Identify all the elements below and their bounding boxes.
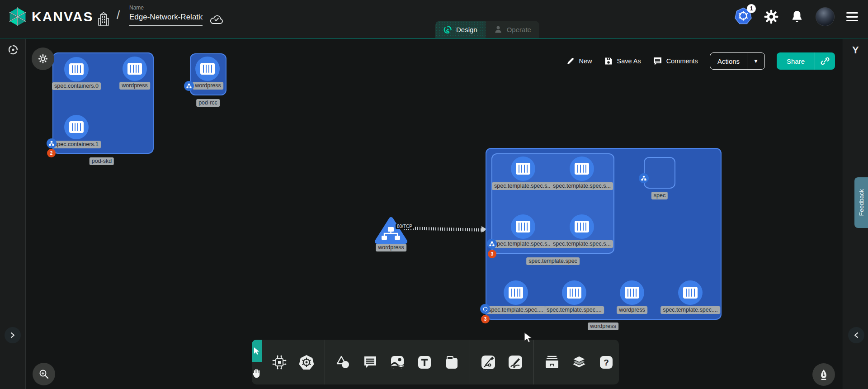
share-split-button[interactable]: Share [777,52,835,70]
help-tool-button[interactable]: ? [593,340,620,384]
node-container-wordpress-1[interactable] [123,57,147,81]
kanvas-logo-icon [8,6,27,27]
node-container-bottom-1[interactable] [562,280,586,305]
container-icon [127,63,142,75]
design-panel-swirl-icon[interactable] [8,44,19,55]
node-service-wordpress[interactable] [375,216,407,244]
save-as-button[interactable]: Save As [604,57,641,66]
components-tool-button[interactable] [266,340,293,384]
sitemap-icon [489,241,495,247]
pan-tool-button[interactable] [252,362,262,384]
tab-design-label: Design [456,26,477,33]
relationship-badge[interactable] [184,81,194,91]
zoom-button[interactable] [33,363,55,385]
edge-port-label: 80/TCP [396,224,414,229]
container-icon [200,63,215,75]
design-canvas[interactable]: New Save As Comments [26,39,843,389]
node-container-spec-containers-1[interactable] [64,115,89,139]
text-tool-button[interactable] [411,340,438,384]
header-right-cluster: 1 [734,7,858,26]
node-label: spec.template.spec.s... [551,182,613,190]
comments-label: Comments [666,57,698,65]
node-container-template-2[interactable] [511,214,535,239]
container-icon [625,287,639,299]
node-container-template-0[interactable] [511,157,535,181]
issue-count-badge[interactable]: 2 [47,149,56,157]
notifications-bell-icon[interactable] [790,9,804,24]
help-question-icon: ? [599,355,613,370]
node-container-wordpress-rcc[interactable] [195,57,220,81]
brand[interactable]: KANVAS [8,6,93,27]
canvas-settings-button[interactable] [32,47,54,70]
pointer-tools-column [252,340,262,384]
text-icon [417,355,432,370]
tab-operate[interactable]: Operate [486,21,539,38]
relationship-badge[interactable] [480,304,490,314]
relationship-badge[interactable] [487,239,497,249]
container-icon [69,121,84,133]
drawer-tool-button[interactable] [538,340,566,384]
save-floppy-icon [604,57,613,66]
node-container-spec-containers-0[interactable] [64,57,89,81]
comment-tool-button[interactable] [357,340,384,384]
new-button[interactable]: New [566,57,592,66]
yaml-panel-icon[interactable]: Y [852,44,859,56]
toolbar-divider [470,340,470,384]
expand-right-panel-button[interactable] [848,327,864,343]
actions-dropdown-caret[interactable]: ▼ [747,53,764,69]
kubernetes-tool-button[interactable] [293,340,320,384]
actions-split-button[interactable]: Actions ▼ [710,52,765,70]
container-icon [516,163,530,175]
menu-hamburger-icon[interactable] [846,12,858,22]
node-container-bottom-0[interactable] [504,280,528,305]
image-tool-button[interactable] [384,340,411,384]
mode-tabs: Design Operate [435,21,539,38]
issue-count-badge[interactable]: 3 [488,250,496,258]
container-icon [683,287,698,299]
container-icon [575,221,589,232]
settings-gear-icon[interactable] [764,9,778,24]
freehand-pen-button[interactable] [812,363,835,386]
note-tool-button[interactable] [438,340,465,384]
comments-button[interactable]: Comments [653,57,698,66]
select-tool-button[interactable] [252,340,262,362]
tab-design[interactable]: Design [435,21,486,38]
node-container-bottom-3[interactable] [678,280,703,305]
toolbar-divider [325,340,325,384]
shapes-tool-button[interactable] [330,340,357,384]
node-label-service: wordpress [376,244,406,251]
chevron-right-icon [9,332,16,338]
pen-nib-icon [818,369,829,380]
cloud-saved-icon [209,14,224,25]
node-label: spec.template.spec.... [544,306,604,314]
copy-link-button[interactable] [815,52,835,70]
snowflake-gear-icon [38,53,48,64]
save-as-label: Save As [617,57,641,65]
node-spec[interactable] [644,157,675,189]
edge-service-to-deployment[interactable] [404,227,485,232]
relationship-badge[interactable] [47,138,57,148]
swirl-badge-icon [482,306,488,312]
design-name-block: Name Edge-Network-Relatio [129,5,203,26]
issue-count-badge[interactable]: 3 [481,315,490,323]
user-avatar[interactable] [816,7,835,26]
k8s-context-button[interactable]: 1 [734,7,752,26]
comment-bubble-icon [363,355,378,370]
relationship-badge[interactable] [639,173,649,183]
design-name-input[interactable]: Edge-Network-Relatio [129,13,203,26]
group-label-pod-skd: pod-skd [90,157,114,165]
expand-left-panel-button[interactable] [5,327,21,343]
pen-tool-button[interactable] [475,340,502,384]
pencil-new-icon [566,57,575,66]
node-container-template-1[interactable] [570,157,594,181]
chip-components-icon [272,355,287,370]
toolbar-icons-row: ? [262,340,620,384]
sticky-note-icon [444,355,459,370]
layers-tool-button[interactable] [566,340,593,384]
feedback-tab[interactable]: Feedback [854,177,868,228]
doodle-tool-button[interactable] [502,340,529,384]
organization-icon[interactable] [98,12,109,26]
node-container-template-3[interactable] [570,214,594,239]
group-spec-template-spec[interactable] [491,153,614,254]
node-container-bottom-2[interactable] [620,280,644,305]
